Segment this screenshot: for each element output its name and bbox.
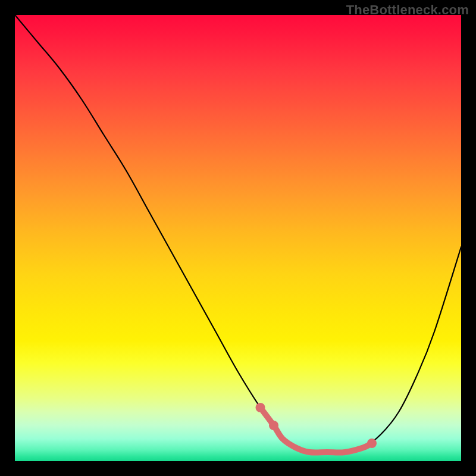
watermark-text: TheBottleneck.com (346, 2, 469, 18)
highlight-dot (269, 421, 278, 430)
highlight-dot (256, 403, 265, 412)
optimal-range-highlight (261, 408, 372, 453)
curve-svg (15, 15, 461, 461)
plot-area (15, 15, 461, 461)
highlight-dot (367, 439, 377, 448)
chart-frame: TheBottleneck.com (0, 0, 476, 476)
highlight-dots (256, 403, 377, 448)
bottleneck-curve (15, 15, 461, 453)
